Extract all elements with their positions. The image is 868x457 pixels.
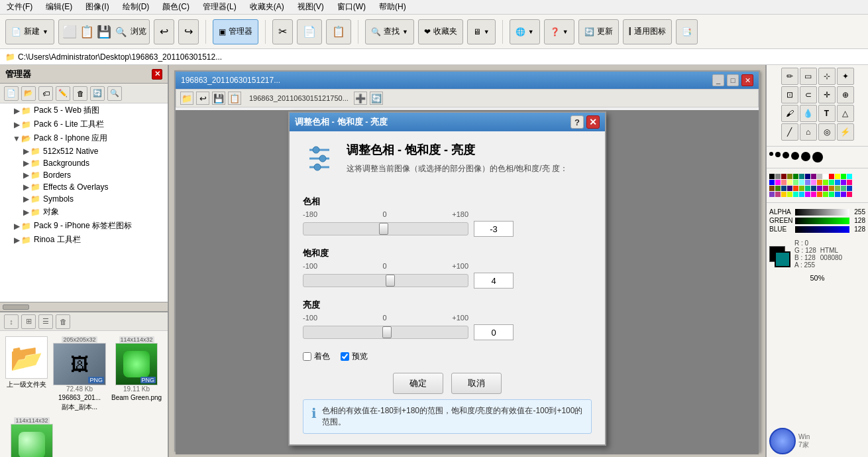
color-cell[interactable] bbox=[841, 186, 846, 191]
brush-size-1[interactable] bbox=[769, 152, 773, 156]
menu-window[interactable]: 窗口(W) bbox=[333, 0, 370, 14]
tree-arrow-pack8[interactable]: ▼ bbox=[12, 134, 21, 143]
panel-search-btn[interactable]: 🔍 bbox=[107, 86, 122, 101]
search-button[interactable]: 🔍 查找 ▼ bbox=[365, 19, 414, 44]
tree-arrow-backgrounds[interactable]: ▶ bbox=[21, 159, 30, 168]
doc2-button[interactable]: 📑 bbox=[676, 19, 698, 44]
tool-move[interactable]: ✛ bbox=[818, 86, 836, 103]
thumb-item-up[interactable]: 📂 上一级文件夹 bbox=[5, 336, 48, 412]
panel-refresh-btn[interactable]: 🔄 bbox=[90, 86, 105, 101]
color-cell[interactable] bbox=[805, 186, 810, 191]
menu-image[interactable]: 图像(I) bbox=[81, 0, 113, 14]
brightness-value-input[interactable] bbox=[474, 324, 514, 340]
saturation-slider-track[interactable] bbox=[303, 274, 468, 287]
file-viewer-minimize[interactable]: _ bbox=[712, 74, 724, 86]
tool-extra[interactable]: ⚡ bbox=[837, 123, 854, 141]
color-cell[interactable] bbox=[811, 192, 816, 197]
tree-arrow-borders[interactable]: ▶ bbox=[21, 170, 30, 180]
dialog-help-button[interactable]: ? bbox=[570, 115, 584, 129]
tree-arrow-pack5[interactable]: ▶ bbox=[12, 106, 21, 115]
thumb-sort-btn[interactable]: ↕ bbox=[4, 314, 19, 329]
thumb-item-beam[interactable]: 114x114x32 PNG 19.11 Kb Beam Green.png bbox=[111, 336, 162, 412]
undo-button[interactable]: ↩ bbox=[154, 19, 174, 44]
menu-view[interactable]: 视图(V) bbox=[294, 0, 328, 14]
tool-fill[interactable]: 💧 bbox=[800, 105, 817, 122]
color-cell[interactable] bbox=[775, 180, 781, 185]
hue-slider-track[interactable] bbox=[303, 222, 468, 235]
tree-item-borders[interactable]: ▶ 📁 Borders bbox=[0, 169, 168, 181]
color-cell[interactable] bbox=[769, 174, 775, 179]
fv-btn4[interactable]: 📋 bbox=[228, 92, 241, 105]
brush-size-3[interactable] bbox=[783, 152, 789, 159]
color-cell[interactable] bbox=[817, 174, 822, 179]
tree-item-pack6[interactable]: ▶ 📁 Pack 6 - Lite 工具栏 bbox=[0, 117, 168, 131]
tree-arrow-pack9[interactable]: ▶ bbox=[12, 222, 21, 231]
color-cell[interactable] bbox=[793, 180, 798, 185]
tool-pencil[interactable]: ✏ bbox=[781, 68, 798, 85]
tree-arrow-rinoa[interactable]: ▶ bbox=[12, 235, 21, 245]
dialog-close-button[interactable]: ✕ bbox=[586, 115, 600, 129]
color-cell[interactable] bbox=[787, 180, 792, 185]
tree-arrow-effects[interactable]: ▶ bbox=[21, 182, 30, 192]
color-cell[interactable] bbox=[823, 186, 828, 191]
color-cell[interactable] bbox=[793, 186, 798, 191]
color-cell[interactable] bbox=[781, 180, 787, 185]
color-cell[interactable] bbox=[793, 174, 798, 179]
saturation-value-input[interactable] bbox=[474, 273, 514, 289]
color-cell[interactable] bbox=[775, 186, 781, 191]
view-button[interactable]: 🖥 ▼ bbox=[467, 19, 496, 44]
panel-delete-btn[interactable]: 🗑 bbox=[73, 86, 87, 101]
globe-button[interactable]: 🌐 ▼ bbox=[510, 19, 540, 44]
manager-button[interactable]: ▣ 管理器 bbox=[213, 19, 258, 44]
color-cell[interactable] bbox=[841, 192, 846, 197]
color-cell[interactable] bbox=[829, 186, 834, 191]
tree-item-rinoa[interactable]: ▶ 📁 Rinoa 工具栏 bbox=[0, 233, 168, 247]
brightness-slider-track[interactable] bbox=[303, 326, 468, 339]
colorize-checkbox[interactable]: 着色 bbox=[303, 351, 330, 362]
tree-item-backgrounds[interactable]: ▶ 📁 Backgrounds bbox=[0, 157, 168, 169]
menu-edit[interactable]: 编辑(E) bbox=[42, 0, 76, 14]
ok-button[interactable]: 确定 bbox=[393, 373, 443, 394]
brightness-slider-thumb[interactable] bbox=[382, 326, 392, 338]
cut-button[interactable]: ✂ bbox=[272, 19, 293, 44]
menu-manager[interactable]: 管理器(L) bbox=[199, 0, 241, 14]
tree-item-pack8[interactable]: ▼ 📂 Pack 8 - Iphone 应用 bbox=[0, 131, 168, 145]
color-cell[interactable] bbox=[823, 180, 828, 185]
fv-btn1[interactable]: 📁 bbox=[180, 92, 193, 105]
thumb-grid-btn[interactable]: ⊞ bbox=[21, 314, 36, 329]
color-cell[interactable] bbox=[775, 174, 781, 179]
menu-color[interactable]: 颜色(C) bbox=[158, 0, 193, 14]
color-cell[interactable] bbox=[841, 174, 846, 179]
update-button[interactable]: 🔄 更新 bbox=[578, 19, 619, 44]
color-cell[interactable] bbox=[769, 186, 775, 191]
tool-select[interactable]: ⊹ bbox=[818, 68, 836, 85]
tool-text[interactable]: T bbox=[818, 105, 836, 122]
color-cell[interactable] bbox=[823, 192, 828, 197]
thumb-item-glossy[interactable]: 114x114x32 PNG 1.8 Kb Glossy Green.png bbox=[5, 417, 58, 457]
cancel-button[interactable]: 取消 bbox=[451, 373, 502, 394]
menu-help[interactable]: 帮助(H) bbox=[375, 0, 410, 14]
hue-value-input[interactable] bbox=[474, 221, 514, 237]
tool-shape[interactable]: △ bbox=[837, 105, 854, 122]
tool-clone[interactable]: ⌂ bbox=[800, 123, 817, 141]
brush-size-5[interactable] bbox=[801, 152, 810, 161]
fv-btn6[interactable]: 🔄 bbox=[370, 92, 383, 105]
thumb-delete-btn[interactable]: 🗑 bbox=[56, 314, 70, 329]
dialog-titlebar[interactable]: 调整色相 - 饱和度 - 亮度 ? ✕ bbox=[290, 113, 605, 131]
brush-size-6[interactable] bbox=[812, 152, 823, 163]
color-cell[interactable] bbox=[781, 192, 787, 197]
tool-crop[interactable]: ⊡ bbox=[781, 86, 798, 103]
tree-arrow-symbols[interactable]: ▶ bbox=[21, 194, 30, 204]
tool-lasso[interactable]: ⊂ bbox=[800, 86, 817, 103]
color-cell[interactable] bbox=[769, 180, 775, 185]
brush-size-4[interactable] bbox=[791, 152, 799, 160]
preview-check-input[interactable] bbox=[341, 352, 349, 361]
color-cell[interactable] bbox=[847, 192, 852, 197]
color-cell[interactable] bbox=[829, 174, 834, 179]
color-cell[interactable] bbox=[835, 192, 840, 197]
color-cell[interactable] bbox=[787, 192, 792, 197]
redo-button[interactable]: ↪ bbox=[178, 19, 199, 44]
file-viewer-close[interactable]: ✕ bbox=[741, 74, 753, 86]
copy-icon[interactable]: ⬜ bbox=[62, 24, 78, 40]
fv-btn2[interactable]: ↩ bbox=[196, 92, 209, 105]
